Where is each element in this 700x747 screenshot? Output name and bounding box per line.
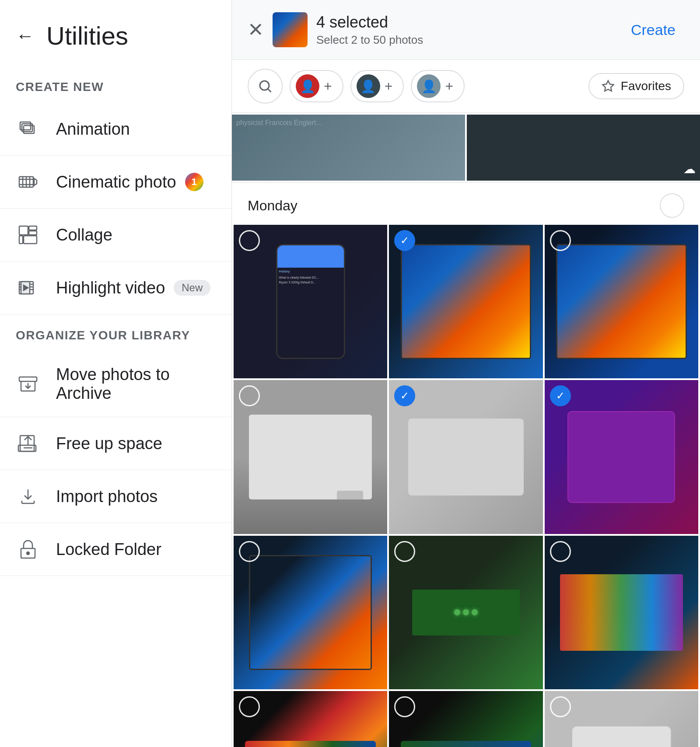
svg-point-32 (27, 552, 29, 555)
strip-photo-2[interactable]: ☁ (467, 115, 700, 181)
photo-cell-9[interactable] (545, 536, 698, 689)
menu-item-cinematic[interactable]: Cinematic photo 1 (0, 156, 231, 209)
photo-cell-8[interactable] (389, 536, 542, 689)
organize-section-label: ORGANIZE YOUR LIBRARY (0, 314, 231, 351)
locked-label: Locked Folder (56, 540, 161, 559)
add-person-1-icon: + (324, 78, 332, 94)
highlight-label: Highlight video New (56, 279, 210, 297)
selection-hint: Select 2 to 50 photos (316, 33, 613, 47)
collage-icon (16, 223, 40, 247)
svg-rect-13 (19, 236, 23, 244)
archive-label: Move photos to Archive (56, 365, 216, 403)
person-btn-1[interactable]: 👤 + (290, 70, 343, 102)
photo-cell-6[interactable]: ✓ (545, 380, 698, 534)
import-label: Import photos (56, 487, 158, 506)
select-circle-8[interactable] (394, 541, 415, 562)
day-header: Monday (232, 183, 700, 225)
svg-point-33 (260, 81, 269, 90)
select-circle-12[interactable] (550, 696, 571, 717)
avatar-2: 👤 (357, 74, 380, 98)
photo-cell-5[interactable]: ✓ (389, 380, 542, 534)
selection-bar: ✕ 4 selected Select 2 to 50 photos Creat… (232, 0, 700, 60)
select-circle-4[interactable] (239, 385, 260, 406)
select-circle-7[interactable] (239, 541, 260, 562)
person-btn-3[interactable]: 👤 + (411, 70, 465, 102)
photo-cell-7[interactable] (234, 536, 387, 689)
menu-item-animation[interactable]: Animation (0, 103, 231, 156)
right-panel: ✕ 4 selected Select 2 to 50 photos Creat… (232, 0, 700, 747)
day-select-button[interactable] (660, 193, 684, 218)
menu-item-highlight[interactable]: Highlight video New (0, 262, 231, 314)
svg-rect-11 (29, 226, 37, 230)
select-circle-3[interactable] (550, 230, 571, 251)
favorites-button[interactable]: Favorites (588, 73, 684, 99)
photo-cell-4[interactable] (234, 380, 387, 534)
import-icon (16, 484, 40, 509)
archive-icon (16, 372, 40, 396)
action-bar: 👤 + 👤 + 👤 + Favorites (232, 60, 700, 113)
menu-item-freeup[interactable]: Free up space (0, 417, 231, 470)
select-circle-10[interactable] (239, 696, 260, 717)
add-person-3-icon: + (445, 78, 453, 94)
photo-cell-1[interactable]: History What is clearly followed DC... R… (234, 225, 387, 378)
photo-strip: physicist Francois Englert... ☁ (232, 113, 700, 183)
header: ← Utilities (0, 0, 231, 66)
back-button[interactable]: ← (16, 27, 34, 45)
photo-cell-2[interactable]: ✓ (389, 225, 542, 378)
select-circle-9[interactable] (550, 541, 571, 562)
freeup-label: Free up space (56, 434, 162, 453)
day-label: Monday (248, 198, 298, 214)
photo-cell-3[interactable] (545, 225, 698, 378)
favorites-label: Favorites (621, 79, 671, 93)
close-selection-button[interactable]: ✕ (248, 20, 264, 39)
page-title: Utilities (46, 21, 128, 50)
new-badge: New (174, 280, 210, 296)
strip-photo-1[interactable]: physicist Francois Englert... (232, 115, 465, 181)
selection-thumbnail (273, 12, 308, 47)
avatar-3: 👤 (417, 74, 441, 98)
create-section-label: CREATE NEW (0, 66, 231, 103)
select-circle-6[interactable]: ✓ (550, 385, 571, 406)
animation-label: Animation (56, 120, 130, 139)
svg-marker-4 (34, 178, 37, 185)
selection-count: 4 selected (316, 13, 613, 31)
freeup-icon (16, 431, 40, 456)
collage-label: Collage (56, 226, 112, 244)
add-person-2-icon: + (385, 78, 393, 94)
left-panel: ← Utilities CREATE NEW Animation (0, 0, 232, 747)
selection-info: 4 selected Select 2 to 50 photos (316, 13, 613, 47)
svg-rect-14 (24, 236, 37, 244)
select-circle-2[interactable]: ✓ (394, 230, 415, 251)
animation-icon (16, 117, 40, 141)
svg-rect-10 (19, 226, 28, 235)
photo-cell-11[interactable] (389, 691, 542, 747)
locked-icon (16, 537, 40, 562)
highlight-icon (16, 276, 40, 300)
cinematic-icon (16, 170, 40, 194)
menu-item-collage[interactable]: Collage (0, 209, 231, 262)
svg-rect-24 (19, 377, 37, 381)
photo-cell-10[interactable] (234, 691, 387, 747)
select-circle-1[interactable] (239, 230, 260, 251)
person-btn-2[interactable]: 👤 + (350, 70, 404, 102)
svg-line-34 (268, 89, 271, 92)
menu-item-import[interactable]: Import photos (0, 470, 231, 523)
cloud-icon: ☁ (683, 162, 696, 176)
svg-rect-12 (29, 231, 37, 235)
cinematic-badge: 1 (185, 173, 203, 191)
menu-item-archive[interactable]: Move photos to Archive (0, 351, 231, 417)
avatar-1: 👤 (296, 74, 319, 98)
photo-grid: History What is clearly followed DC... R… (232, 225, 700, 747)
cinematic-label: Cinematic photo 1 (56, 173, 203, 192)
search-button[interactable] (248, 69, 283, 104)
svg-marker-35 (602, 81, 613, 91)
create-button[interactable]: Create (622, 16, 684, 44)
photo-cell-12[interactable] (545, 691, 698, 747)
menu-item-locked[interactable]: Locked Folder (0, 523, 231, 576)
